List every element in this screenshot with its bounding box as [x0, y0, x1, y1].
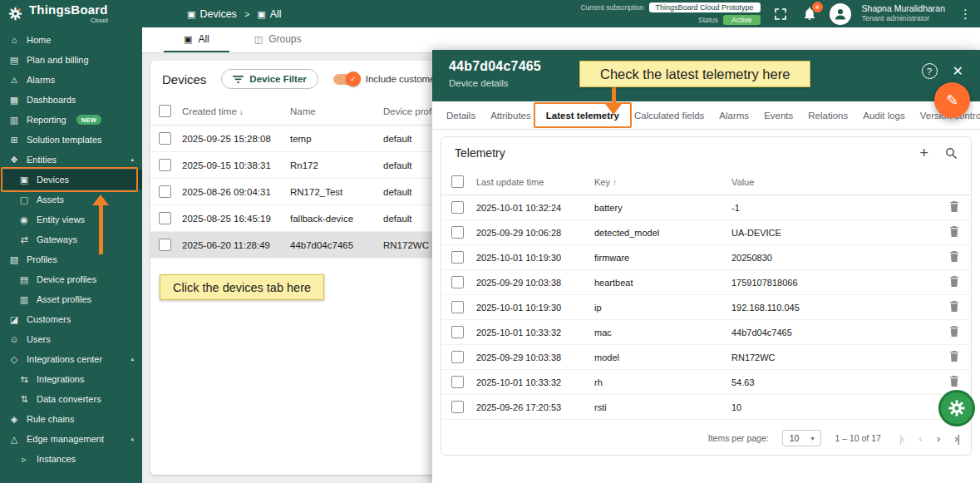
sidebar-item-edge-management[interactable]: Edge management	[0, 429, 142, 449]
sidebar-item-devices[interactable]: Devices	[0, 170, 142, 190]
last-page-button[interactable]	[954, 432, 959, 445]
telemetry-row-battery[interactable]: 2025-10-01 10:32:24battery-1	[441, 195, 971, 220]
row-checkbox[interactable]	[451, 251, 464, 264]
sidebar-item-alarms[interactable]: Alarms	[0, 70, 142, 90]
sidebar-item-gateways[interactable]: Gateways	[0, 229, 142, 249]
sidebar-item-entity-views[interactable]: Entity views	[0, 209, 142, 229]
delete-button[interactable]	[948, 274, 961, 291]
delete-button[interactable]	[948, 324, 961, 341]
edit-device-fab[interactable]	[934, 82, 970, 118]
items-per-page-select[interactable]: 10	[782, 430, 822, 446]
column-name[interactable]: Name	[290, 106, 383, 116]
previous-page-button[interactable]	[919, 432, 922, 445]
tab-relations[interactable]: Relations	[800, 101, 855, 129]
sidebar-item-instances[interactable]: Instances	[0, 449, 142, 469]
telemetry-row-firmware[interactable]: 2025-10-01 10:19:30firmware20250830	[441, 245, 971, 270]
assistant-widget-button[interactable]	[938, 390, 975, 426]
search-button[interactable]	[945, 147, 958, 160]
first-page-button[interactable]	[899, 432, 904, 445]
device-icon	[184, 33, 192, 45]
sidebar-item-solution-templates[interactable]: Solution templates	[0, 130, 142, 150]
column-created-time[interactable]: Created time↓	[182, 106, 290, 116]
telemetry-row-detected-model[interactable]: 2025-09-29 10:06:28detected_modelUA-DEVI…	[441, 220, 971, 245]
telemetry-row-mac[interactable]: 2025-10-01 10:33:32mac44b7d04c7465	[441, 320, 971, 345]
delete-button[interactable]	[948, 349, 961, 366]
breadcrumb-all[interactable]: All	[257, 8, 281, 20]
row-checkbox[interactable]	[159, 185, 171, 198]
select-all-checkbox[interactable]	[451, 175, 464, 188]
sidebar-item-plan-and-billing[interactable]: Plan and billing	[0, 50, 142, 70]
row-checkbox[interactable]	[451, 226, 464, 239]
users-icon	[8, 334, 20, 344]
sidebar-item-entities[interactable]: Entities	[0, 150, 142, 170]
delete-button[interactable]	[948, 224, 961, 241]
tab-details[interactable]: Details	[439, 101, 483, 129]
sidebar-item-profiles[interactable]: Profiles	[0, 249, 142, 269]
column-value[interactable]: Value	[731, 177, 931, 187]
row-checkbox[interactable]	[451, 276, 464, 288]
device-filter-button[interactable]: Device Filter	[221, 69, 318, 89]
sidebar-item-data-converters[interactable]: Data converters	[0, 389, 142, 409]
close-button[interactable]: ✕	[953, 63, 963, 79]
tab-attributes[interactable]: Attributes	[483, 101, 539, 129]
column-last-update-time[interactable]: Last update time	[476, 177, 594, 187]
fullscreen-button[interactable]	[771, 5, 790, 23]
row-checkbox[interactable]	[159, 239, 171, 251]
select-all-checkbox[interactable]	[159, 105, 171, 117]
user-avatar[interactable]	[830, 3, 851, 25]
delete-button[interactable]	[948, 374, 961, 391]
breadcrumb-devices[interactable]: Devices	[187, 8, 237, 20]
sidebar-item-assets[interactable]: Assets	[0, 190, 142, 209]
delete-button[interactable]	[948, 200, 961, 216]
subscription-plan-badge[interactable]: ThingsBoard Cloud Prototype	[649, 2, 761, 12]
tab-audit-logs[interactable]: Audit logs	[855, 101, 913, 129]
toggle-switch[interactable]	[333, 74, 358, 85]
sidebar-item-users[interactable]: Users	[0, 329, 142, 349]
gateways-icon	[18, 234, 30, 245]
telemetry-row-rh[interactable]: 2025-10-01 10:33:32rh54.63	[441, 370, 971, 395]
sidebar-item-integrations-center[interactable]: Integrations center	[0, 349, 142, 369]
sidebar-item-home[interactable]: Home	[0, 30, 142, 50]
tab-all[interactable]: All	[164, 27, 229, 52]
row-checkbox[interactable]	[451, 326, 464, 338]
telemetry-row-ip[interactable]: 2025-10-01 10:19:30ip192.168.110.045	[441, 295, 971, 320]
row-checkbox[interactable]	[159, 212, 171, 224]
next-page-button[interactable]	[937, 432, 939, 445]
row-checkbox[interactable]	[451, 376, 464, 388]
telemetry-row-heartbeat[interactable]: 2025-09-29 10:03:38heartbeat175910781806…	[441, 270, 971, 295]
user-menu[interactable]: Shapna Muralidharan Tenant administrator	[862, 3, 945, 23]
profiles-icon	[8, 254, 20, 265]
tab-latest-telemetry[interactable]: Latest telemetry	[539, 101, 627, 129]
delete-button[interactable]	[948, 299, 961, 316]
sidebar-item-device-profiles[interactable]: Device profiles	[0, 269, 142, 289]
device-details-tabs: Details Attributes Latest telemetry Calc…	[432, 101, 980, 130]
sidebar-item-asset-profiles[interactable]: Asset profiles	[0, 289, 142, 309]
add-telemetry-button[interactable]	[919, 145, 928, 160]
row-checkbox[interactable]	[451, 401, 464, 413]
column-key[interactable]: Key↑	[594, 177, 731, 187]
kebab-menu-icon[interactable]	[956, 7, 975, 22]
entities-icon	[8, 155, 20, 165]
sidebar-item-integrations[interactable]: Integrations	[0, 369, 142, 389]
tab-groups[interactable]: Groups	[234, 27, 322, 52]
sidebar-item-reporting[interactable]: ReportingNEW	[0, 110, 142, 130]
delete-button[interactable]	[948, 249, 961, 266]
row-checkbox[interactable]	[451, 301, 464, 313]
help-button[interactable]: ?	[922, 63, 938, 79]
row-checkbox[interactable]	[159, 132, 171, 145]
customers-icon	[8, 314, 20, 325]
trash-icon	[949, 326, 959, 337]
tab-events[interactable]: Events	[756, 101, 800, 129]
notifications-button[interactable]: 4	[800, 5, 819, 23]
sidebar-item-rule-chains[interactable]: Rule chains	[0, 409, 142, 429]
sidebar-item-dashboards[interactable]: Dashboards	[0, 90, 142, 110]
row-checkbox[interactable]	[451, 351, 464, 363]
row-checkbox[interactable]	[451, 201, 464, 214]
telemetry-row-model[interactable]: 2025-09-29 10:03:38modelRN172WC	[441, 345, 971, 370]
tab-calculated-fields[interactable]: Calculated fields	[627, 101, 712, 129]
row-checkbox[interactable]	[159, 159, 171, 171]
tab-alarms[interactable]: Alarms	[712, 101, 756, 129]
sidebar-item-customers[interactable]: Customers	[0, 309, 142, 329]
thingsboard-logo[interactable]: ThingsBoardCloud	[0, 3, 142, 24]
telemetry-row-rsti[interactable]: 2025-09-26 17:20:53rsti10	[441, 395, 971, 420]
